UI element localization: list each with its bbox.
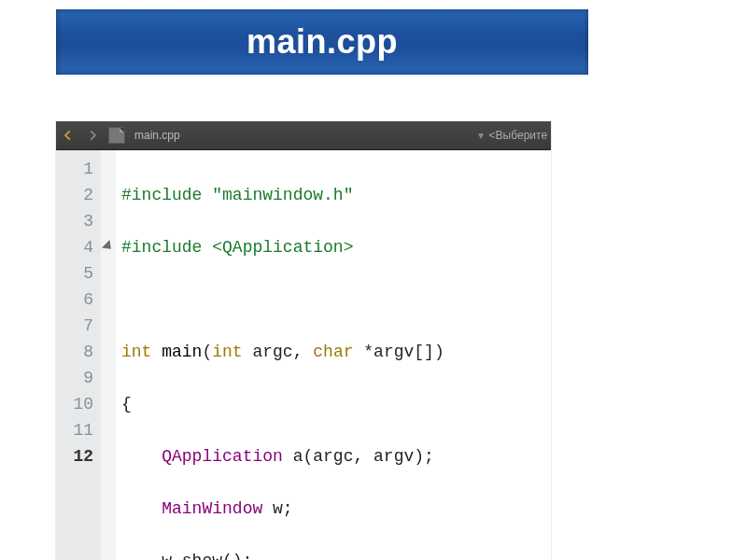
- line-number: 10: [60, 391, 93, 417]
- line-number: 5: [60, 260, 93, 287]
- line-number: 1: [60, 156, 93, 182]
- line-number: 6: [60, 287, 93, 313]
- token-type: QApplication: [162, 447, 283, 466]
- code-area[interactable]: #include "mainwindow.h" #include <QAppli…: [116, 150, 551, 560]
- token-function: main: [162, 343, 202, 361]
- file-icon: [105, 121, 129, 149]
- title-text: main.cpp: [247, 22, 398, 62]
- token-keyword: int: [121, 343, 151, 361]
- line-number-gutter: 1 2 3 4 5 6 7 8 9 10 11 12: [56, 150, 101, 560]
- token-type: MainWindow: [162, 499, 262, 518]
- line-number: 11: [60, 417, 93, 443]
- line-number-current: 12: [60, 443, 93, 469]
- nav-back-icon[interactable]: [56, 121, 80, 149]
- line-number: 4: [60, 234, 93, 260]
- token-string: <QApplication>: [212, 238, 353, 257]
- token-keyword: char: [313, 343, 353, 361]
- line-number: 7: [60, 313, 93, 339]
- line-number: 8: [60, 339, 93, 365]
- marker-gutter: [101, 150, 116, 560]
- symbol-selector[interactable]: <Выберите символ: [489, 122, 551, 148]
- open-file-name[interactable]: main.cpp: [134, 122, 180, 148]
- code-line: [121, 287, 543, 313]
- code-line: {: [121, 391, 543, 417]
- token-keyword: int: [212, 343, 242, 361]
- slide: main.cpp main.cpp ▾ <Выберите символ 1 2…: [0, 0, 747, 560]
- fold-marker-icon[interactable]: [101, 234, 116, 260]
- code-line: w.show();: [121, 548, 543, 560]
- editor-body: 1 2 3 4 5 6 7 8 9 10 11 12: [56, 150, 551, 560]
- line-number: 3: [60, 208, 93, 234]
- chevron-down-icon[interactable]: ▾: [478, 122, 484, 148]
- token-string: "mainwindow.h": [212, 186, 353, 204]
- token-include: #include: [121, 186, 202, 204]
- token-include: #include: [121, 238, 202, 257]
- code-editor: main.cpp ▾ <Выберите символ 1 2 3 4 5 6 …: [56, 121, 551, 560]
- title-banner: main.cpp: [56, 9, 588, 75]
- nav-forward-icon[interactable]: [80, 121, 105, 149]
- line-number: 9: [60, 365, 93, 391]
- editor-toolbar: main.cpp ▾ <Выберите символ: [56, 121, 551, 150]
- line-number: 2: [60, 182, 93, 208]
